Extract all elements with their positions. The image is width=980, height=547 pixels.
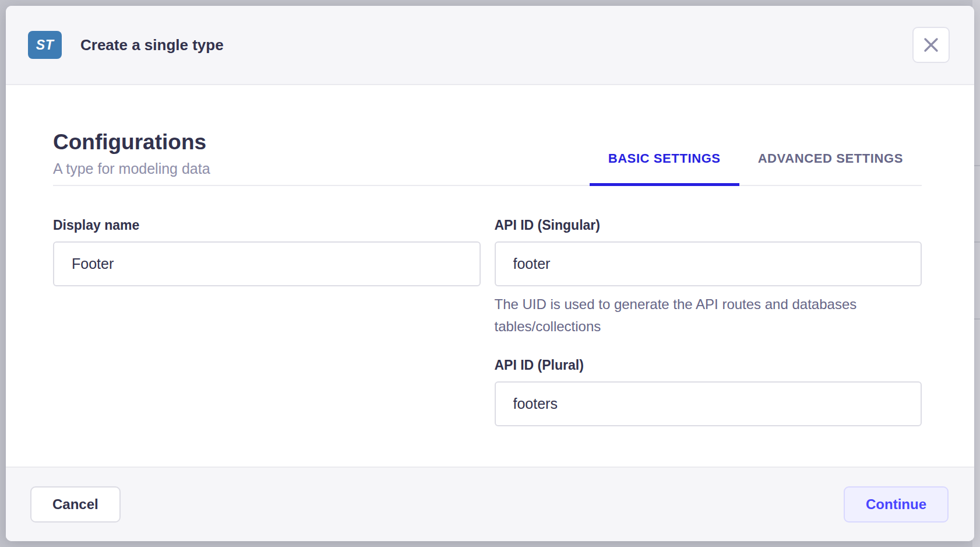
modal-body: Configurations A type for modeling data … [6, 85, 974, 467]
display-name-input[interactable] [53, 241, 481, 286]
section-intro: Configurations A type for modeling data [53, 129, 210, 185]
cancel-button[interactable]: Cancel [30, 486, 121, 523]
api-id-plural-field: API ID (Plural) [495, 357, 922, 426]
api-id-singular-label: API ID (Singular) [495, 218, 922, 233]
api-id-singular-field: API ID (Singular) The UID is used to gen… [495, 218, 922, 338]
display-name-label: Display name [53, 218, 481, 233]
api-id-singular-input[interactable] [495, 241, 922, 286]
modal-footer: Cancel Continue [6, 467, 974, 541]
close-icon [922, 36, 940, 54]
single-type-badge: ST [28, 31, 62, 59]
left-column: Display name [53, 218, 481, 426]
close-button[interactable] [912, 27, 950, 63]
display-name-field: Display name [53, 218, 481, 286]
settings-tabs: BASIC SETTINGS ADVANCED SETTINGS [590, 151, 922, 185]
modal-header: ST Create a single type [6, 6, 974, 85]
tab-advanced-settings[interactable]: ADVANCED SETTINGS [739, 151, 922, 185]
tab-basic-settings[interactable]: BASIC SETTINGS [590, 151, 739, 185]
continue-button[interactable]: Continue [844, 486, 949, 523]
api-id-hint: The UID is used to generate the API rout… [495, 293, 905, 338]
section-title: Configurations [53, 129, 210, 155]
create-single-type-modal: ST Create a single type Configurations A… [6, 6, 974, 541]
api-id-plural-input[interactable] [495, 381, 922, 426]
form-fields: Display name API ID (Singular) The UID i… [53, 186, 922, 426]
right-column: API ID (Singular) The UID is used to gen… [495, 218, 922, 426]
modal-title: Create a single type [80, 36, 224, 54]
configurations-header-row: Configurations A type for modeling data … [53, 85, 922, 186]
api-id-plural-label: API ID (Plural) [495, 357, 922, 373]
section-subtitle: A type for modeling data [53, 160, 210, 177]
